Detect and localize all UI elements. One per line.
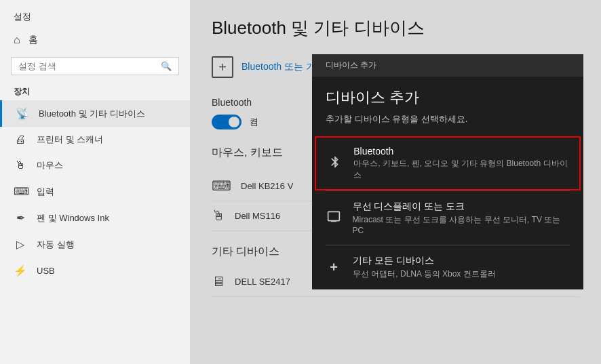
popup-item-bluetooth[interactable]: Bluetooth 마우스, 키보드, 펜, 오디오 및 기타 유형의 Blue… xyxy=(315,136,581,190)
sidebar-icon-pen: ✒ xyxy=(14,211,27,224)
popup-icon-other: + xyxy=(326,260,342,275)
sidebar-item-mouse[interactable]: 🖱 마우스 xyxy=(0,153,190,178)
section-label: 장치 xyxy=(0,79,190,100)
sidebar-icon-usb: ⚡ xyxy=(14,264,27,277)
sidebar-label-input: 입력 xyxy=(37,186,54,198)
sidebar-label-pen: 펜 및 Windows Ink xyxy=(37,212,109,224)
popup-item-title-other: 기타 모든 디바이스 xyxy=(353,255,496,267)
sidebar-icon-autorun: ▷ xyxy=(14,238,27,251)
sidebar-label-mouse: 마우스 xyxy=(37,159,63,171)
sidebar: 설정 ⌂ 홈 🔍 장치 📡 Bluetooth 및 기타 디바이스 🖨 프린터 … xyxy=(0,0,190,364)
popup-item-other[interactable]: + 기타 모든 디바이스 무선 어댑터, DLNA 등의 Xbox 컨트롤러 xyxy=(312,245,583,289)
sidebar-label-printer: 프린터 및 스캐너 xyxy=(37,134,103,146)
search-input[interactable] xyxy=(18,61,161,71)
popup-icon-wireless-display xyxy=(326,209,342,226)
popup-item-desc-wireless-display: Miracast 또는 무선 도크를 사용하는 무선 모니터, TV 또는 PC xyxy=(353,214,570,235)
sidebar-icon-mouse: 🖱 xyxy=(14,159,27,171)
sidebar-item-usb[interactable]: ⚡ USB xyxy=(0,258,190,284)
search-box[interactable]: 🔍 xyxy=(11,57,179,75)
popup-item-title-bluetooth: Bluetooth xyxy=(353,146,568,157)
sidebar-item-pen[interactable]: ✒ 펜 및 Windows Ink xyxy=(0,205,190,231)
sidebar-home-item[interactable]: ⌂ 홈 xyxy=(0,27,190,53)
popup-items: Bluetooth 마우스, 키보드, 펜, 오디오 및 기타 유형의 Blue… xyxy=(312,136,583,289)
popup-item-title-wireless-display: 무선 디스플레이 또는 도크 xyxy=(353,201,570,213)
popup-text-other: 기타 모든 디바이스 무선 어댑터, DLNA 등의 Xbox 컨트롤러 xyxy=(353,255,496,280)
popup-text-bluetooth: Bluetooth 마우스, 키보드, 펜, 오디오 및 기타 유형의 Blue… xyxy=(353,146,568,181)
search-icon: 🔍 xyxy=(161,61,172,71)
popup-title: 디바이스 추가 xyxy=(312,77,583,113)
add-device-popup: 디바이스 추가 디바이스 추가 추가할 디바이스 유형을 선택하세요. Blue… xyxy=(312,54,583,289)
popup-item-wireless-display[interactable]: 무선 디스플레이 또는 도크 Miracast 또는 무선 도크를 사용하는 무… xyxy=(312,191,583,245)
popup-item-desc-bluetooth: 마우스, 키보드, 펜, 오디오 및 기타 유형의 Bluetooth 디바이스 xyxy=(353,158,568,181)
sidebar-icon-printer: 🖨 xyxy=(14,134,27,146)
popup-icon-bluetooth xyxy=(327,155,343,172)
popup-item-desc-other: 무선 어댑터, DLNA 등의 Xbox 컨트롤러 xyxy=(353,268,496,280)
sidebar-items: 📡 Bluetooth 및 기타 디바이스 🖨 프린터 및 스캐너 🖱 마우스 … xyxy=(0,100,190,284)
sidebar-icon-bluetooth: 📡 xyxy=(16,107,29,120)
sidebar-label-usb: USB xyxy=(37,266,55,276)
popup-subtitle: 추가할 디바이스 유형을 선택하세요. xyxy=(312,113,583,136)
settings-header: 설정 xyxy=(0,5,190,27)
popup-header-bar: 디바이스 추가 xyxy=(312,54,583,77)
sidebar-icon-input: ⌨ xyxy=(14,185,27,198)
home-icon: ⌂ xyxy=(14,34,20,46)
popup-text-wireless-display: 무선 디스플레이 또는 도크 Miracast 또는 무선 도크를 사용하는 무… xyxy=(353,201,570,235)
sidebar-item-autorun[interactable]: ▷ 자동 실행 xyxy=(0,231,190,258)
sidebar-item-printer[interactable]: 🖨 프린터 및 스캐너 xyxy=(0,127,190,153)
sidebar-item-input[interactable]: ⌨ 입력 xyxy=(0,178,190,205)
sidebar-label-autorun: 자동 실행 xyxy=(37,239,75,251)
sidebar-item-bluetooth[interactable]: 📡 Bluetooth 및 기타 디바이스 xyxy=(0,100,190,127)
home-label: 홈 xyxy=(28,34,38,46)
sidebar-label-bluetooth: Bluetooth 및 기타 디바이스 xyxy=(39,108,145,120)
main-content: Bluetooth 및 기타 디바이스 + Bluetooth 또는 기타 장치… xyxy=(190,0,601,364)
